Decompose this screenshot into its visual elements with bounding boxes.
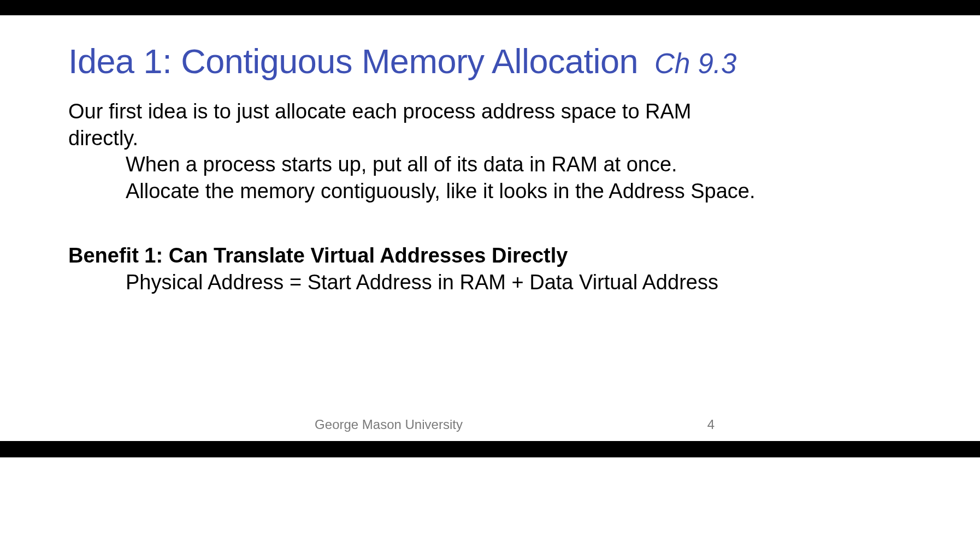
benefit-title: Benefit 1: Can Translate Virtual Address…	[68, 244, 777, 267]
title-row: Idea 1: Contiguous Memory Allocation Ch …	[68, 41, 777, 81]
body-paragraph: Our first idea is to just allocate each …	[68, 98, 755, 205]
letterbox-bottom	[0, 441, 980, 457]
slide: Idea 1: Contiguous Memory Allocation Ch …	[0, 15, 777, 441]
chapter-reference: Ch 9.3	[654, 47, 736, 80]
slide-footer: George Mason University 4	[0, 417, 777, 432]
body-line-3: Allocate the memory contiguously, like i…	[126, 178, 755, 205]
footer-institution: George Mason University	[315, 417, 463, 432]
slide-content: Idea 1: Contiguous Memory Allocation Ch …	[0, 15, 777, 294]
benefit-formula: Physical Address = Start Address in RAM …	[126, 271, 777, 294]
body-line-1: Our first idea is to just allocate each …	[68, 98, 755, 151]
benefit-section: Benefit 1: Can Translate Virtual Address…	[68, 244, 777, 294]
body-line-2: When a process starts up, put all of its…	[126, 151, 755, 178]
page-number: 4	[707, 417, 715, 432]
letterbox-top	[0, 0, 980, 15]
slide-title: Idea 1: Contiguous Memory Allocation	[68, 41, 638, 81]
presentation-viewport: Idea 1: Contiguous Memory Allocation Ch …	[0, 0, 980, 548]
